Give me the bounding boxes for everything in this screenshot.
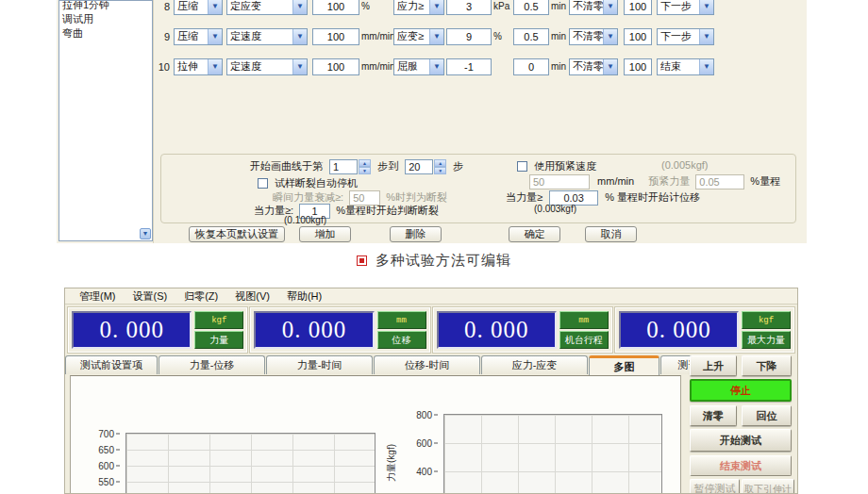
value-input[interactable]: 100 xyxy=(312,28,359,45)
y-tick: 650 xyxy=(92,445,120,455)
machine-controls: 上升 下降 停止 清零 回位 开始测试 结束测试 暂停测试 取下引伸计 xyxy=(683,355,798,494)
mode-select[interactable]: 压缩▼ xyxy=(174,28,223,45)
max-force-readout: 0. 000 xyxy=(619,311,739,349)
value-input[interactable]: 100 xyxy=(312,58,359,75)
tab-pretest-settings[interactable]: 测试前设置项 xyxy=(65,355,158,374)
curve-to-stepper[interactable]: 20 ▲▼ xyxy=(405,159,446,174)
readout-displays: 0. 000 kgf 力量 0. 000 mm 位移 0. 000 mm 机台行… xyxy=(65,306,797,354)
condition-value-input[interactable]: 3 xyxy=(446,0,492,15)
list-item[interactable]: 拉伸1分钟 xyxy=(59,0,141,11)
displacement-readout: 0. 000 xyxy=(254,311,374,349)
chart-left-plot xyxy=(125,433,376,494)
return-button[interactable]: 回位 xyxy=(742,405,792,426)
list-item[interactable]: 调试用 xyxy=(59,11,141,25)
menu-zero[interactable]: 归零(Z) xyxy=(175,288,226,304)
ok-button[interactable]: 确定 xyxy=(509,226,560,242)
test-method-editor-dialog: 拉伸1分钟 调试用 弯曲 ▼ 8 压缩▼ 定应变▼ 100 % 应力≥▼ 3 k… xyxy=(57,0,807,243)
condition-select[interactable]: 应变≥▼ xyxy=(393,28,444,45)
red-square-bullet-icon xyxy=(357,255,367,266)
displacement-label-badge: 位移 xyxy=(377,331,426,349)
curve-from-stepper[interactable]: 1 ▲▼ xyxy=(329,159,371,174)
y-tick: 700 xyxy=(92,429,120,439)
spinner-arrows-icon[interactable]: ▲▼ xyxy=(359,159,371,174)
menu-help[interactable]: 帮助(H) xyxy=(278,288,330,304)
mode-select[interactable]: 拉伸▼ xyxy=(174,58,223,75)
end-test-button[interactable]: 结束测试 xyxy=(690,455,792,476)
next-step-select[interactable]: 结束▼ xyxy=(657,58,714,75)
time-input[interactable]: 0.5 xyxy=(513,28,549,45)
method-listbox[interactable]: 拉伸1分钟 调试用 弯曲 ▼ xyxy=(58,0,153,241)
curve-mid-label: 步到 xyxy=(377,160,398,172)
condition-select[interactable]: 屈服▼ xyxy=(393,58,444,75)
value-unit: mm/min xyxy=(361,61,393,72)
percent-input[interactable]: 100 xyxy=(624,28,652,45)
break-autostop-checkbox[interactable] xyxy=(258,178,268,189)
chevron-down-icon: ▼ xyxy=(699,29,713,44)
time-input[interactable]: 0.5 xyxy=(513,0,549,15)
control-select[interactable]: 定速度▼ xyxy=(226,58,308,75)
tab-displacement-time[interactable]: 位移-时间 xyxy=(374,355,480,374)
curve-start-label: 开始画曲线于第 xyxy=(250,160,323,172)
value-input[interactable]: 100 xyxy=(312,0,359,15)
percent-input[interactable]: 100 xyxy=(624,58,652,75)
tabbar: 测试前设置项 力量-位移 力量-时间 位移-时间 应力-应变 多图 测试结果 xyxy=(65,355,738,375)
zero-button[interactable]: 清零 xyxy=(690,405,737,426)
add-button[interactable]: 增加 xyxy=(299,226,351,242)
condition-value-input[interactable]: 9 xyxy=(446,28,492,45)
chevron-down-icon: ▼ xyxy=(699,0,713,14)
cancel-button[interactable]: 取消 xyxy=(585,226,637,242)
pause-test-button[interactable]: 暂停测试 xyxy=(690,479,740,494)
restore-defaults-button[interactable]: 恢复本页默认设置 xyxy=(189,226,285,242)
remove-extensometer-button[interactable]: 取下引伸计 xyxy=(742,479,794,494)
test-machine-app-window: 管理(M) 设置(S) 归零(Z) 视图(V) 帮助(H) 0. 000 kgf… xyxy=(64,288,798,494)
menu-manage[interactable]: 管理(M) xyxy=(71,288,125,304)
tab-force-displacement[interactable]: 力量-位移 xyxy=(159,355,265,374)
y-tick: 800 xyxy=(409,410,438,420)
next-step-select[interactable]: 下一步▼ xyxy=(657,28,714,45)
chevron-down-icon: ▼ xyxy=(429,29,443,44)
caption: 多种试验方法可编辑 xyxy=(0,252,868,270)
zero-select[interactable]: 不清零▼ xyxy=(569,0,618,15)
stop-button[interactable]: 停止 xyxy=(690,379,792,402)
percent-input[interactable]: 100 xyxy=(624,0,652,15)
start-test-button[interactable]: 开始测试 xyxy=(690,429,792,452)
mode-select[interactable]: 压缩▼ xyxy=(174,0,223,15)
up-button[interactable]: 上升 xyxy=(690,355,737,376)
step-number: 8 xyxy=(156,1,170,12)
chart-right-plot xyxy=(443,414,662,494)
chevron-down-icon: ▼ xyxy=(699,59,713,74)
time-input[interactable]: 0 xyxy=(513,58,549,75)
list-item[interactable]: 弯曲 xyxy=(59,25,141,40)
zero-select[interactable]: 不清零▼ xyxy=(569,58,618,75)
menu-settings[interactable]: 设置(S) xyxy=(125,288,176,304)
force-readout: 0. 000 xyxy=(72,311,192,349)
scroll-down-icon[interactable]: ▼ xyxy=(140,228,151,239)
control-select[interactable]: 定应变▼ xyxy=(226,0,308,15)
chevron-down-icon: ▼ xyxy=(208,29,222,44)
decay-label: 瞬间力量衰减≥: xyxy=(273,191,343,203)
preload-speed-input[interactable]: 50 xyxy=(529,174,590,189)
step-row: 8 压缩▼ 定应变▼ 100 % 应力≥▼ 3 kPa 0.5 min 不清零▼… xyxy=(156,0,714,15)
tab-multi-chart[interactable]: 多图 xyxy=(589,355,659,375)
preload-label: 使用预紧速度 xyxy=(534,160,596,172)
tab-stress-strain[interactable]: 应力-应变 xyxy=(481,355,588,374)
curve-break-settings-group: 开始画曲线于第 1 ▲▼ 步到 20 ▲▼ 步 试样断裂自动停机 瞬间力量衰减≥… xyxy=(160,154,796,223)
tab-force-time[interactable]: 力量-时间 xyxy=(266,355,373,374)
max-force-label-badge: 最大力量 xyxy=(742,331,791,349)
down-button[interactable]: 下降 xyxy=(742,355,792,376)
menu-view[interactable]: 视图(V) xyxy=(226,288,278,304)
force-unit-badge: kgf xyxy=(194,311,243,329)
step-number: 10 xyxy=(156,61,170,73)
break-force-post-label: %量程时开始判断断裂 xyxy=(336,205,439,216)
force-display-group: 0. 000 kgf 力量 xyxy=(68,307,247,353)
next-step-select[interactable]: 下一步▼ xyxy=(657,0,714,15)
spinner-arrows-icon[interactable]: ▲▼ xyxy=(434,159,446,174)
condition-value-input[interactable]: -1 xyxy=(446,58,492,75)
delete-button[interactable]: 删除 xyxy=(390,226,442,242)
condition-select[interactable]: 应力≥▼ xyxy=(393,0,444,15)
preload-force-input[interactable]: 0.05 xyxy=(695,174,744,189)
control-select[interactable]: 定速度▼ xyxy=(226,28,308,45)
y-tick: 600 xyxy=(409,438,438,449)
preload-checkbox[interactable] xyxy=(517,161,527,172)
zero-select[interactable]: 不清零▼ xyxy=(569,28,618,45)
